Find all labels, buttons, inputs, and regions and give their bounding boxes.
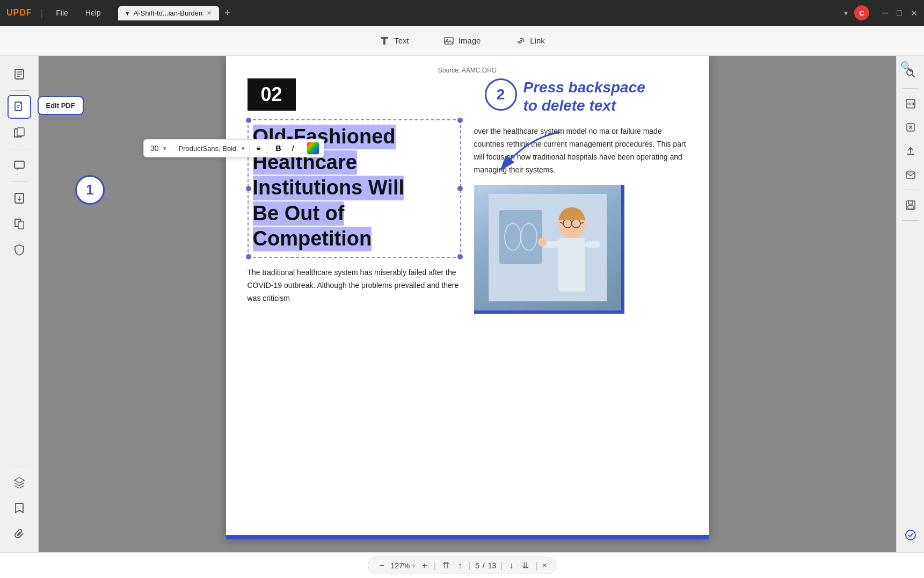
tab-close-btn[interactable]: ✕ [207, 10, 212, 17]
svg-point-30 [538, 238, 547, 247]
sidebar-item-attachment[interactable] [8, 522, 31, 546]
active-tab[interactable]: ▾ A-Shift-to...ian-Burden ✕ [118, 6, 220, 20]
bottom-bar: − 127% ▾ + | ⇈ ↑ | 5 / 13 | ↓ ⇊ | × [0, 552, 924, 578]
zoom-controls: − 127% ▾ + | ⇈ ↑ | 5 / 13 | ↓ ⇊ | × [368, 557, 556, 574]
rp-ai-icon[interactable] [900, 524, 921, 546]
font-size-dropdown[interactable]: ▾ [163, 145, 166, 152]
minimize-button[interactable]: ─ [882, 8, 888, 18]
main-area: Edit PDF [0, 56, 924, 552]
annotation-arrow [474, 127, 581, 180]
search-icon[interactable]: 🔍 [897, 57, 915, 76]
svg-rect-1 [383, 39, 385, 45]
svg-rect-29 [585, 241, 600, 248]
svg-rect-11 [14, 161, 24, 168]
svg-rect-38 [908, 206, 913, 209]
sidebar-item-edit-pdf[interactable]: Edit PDF [8, 95, 31, 119]
handle-ml[interactable] [246, 186, 251, 191]
nav-next-button[interactable]: ↓ [507, 560, 515, 572]
annotation-text: Press backspaceto delete text [523, 78, 645, 114]
image-icon [443, 35, 454, 46]
maximize-button[interactable]: □ [897, 8, 902, 18]
svg-rect-27 [558, 238, 585, 292]
sidebar-item-comment[interactable] [8, 154, 31, 177]
sidebar-item-bookmark[interactable] [8, 496, 31, 520]
tab-area: ▾ A-Shift-to...ian-Burden ✕ + [118, 6, 835, 20]
fmt-sep-1 [171, 143, 171, 154]
title-sep: | [41, 8, 43, 19]
dropdown-icon[interactable]: ▾ [844, 9, 848, 17]
handle-br[interactable] [457, 254, 463, 259]
page-bottom-accent [226, 535, 709, 539]
image-tool-button[interactable]: Image [435, 31, 490, 50]
text-tool-label: Text [394, 36, 409, 45]
handle-tr[interactable] [457, 118, 463, 123]
page-close-button[interactable]: × [542, 561, 547, 570]
page-sep: / [483, 561, 485, 570]
zoom-sep-2: | [469, 561, 471, 570]
rp-sep-1 [903, 88, 919, 89]
link-tool-label: Link [530, 36, 545, 45]
rp-email-icon[interactable] [900, 164, 921, 185]
zoom-in-button[interactable]: + [420, 560, 429, 572]
sidebar-sep-4 [10, 466, 29, 466]
rp-redact-icon[interactable] [900, 117, 921, 138]
sidebar-item-extract[interactable] [8, 186, 31, 210]
toolbar: Text Image Link [0, 26, 924, 56]
italic-button[interactable]: I [288, 142, 298, 154]
fmt-sep-4 [302, 143, 302, 154]
titlebar-right: ▾ C ─ □ ✕ [844, 5, 918, 20]
bold-button[interactable]: B [272, 142, 285, 154]
new-tab-button[interactable]: + [221, 8, 234, 19]
nav-first-button[interactable]: ⇈ [440, 559, 452, 572]
color-picker-button[interactable] [307, 142, 319, 155]
content-area: 30 ▾ ProductSans, Bold ▾ ≡ B I 1 Source:… [39, 56, 896, 552]
nav-prev-button[interactable]: ↑ [456, 560, 464, 572]
heading-line-5: Competition [253, 227, 372, 251]
zoom-value-display: 127% ▾ [390, 561, 416, 570]
rp-sep-2 [903, 190, 919, 190]
zoom-sep-1: | [434, 561, 436, 570]
handle-mr[interactable] [457, 186, 463, 191]
text-tool-button[interactable]: Text [370, 31, 418, 50]
font-name-control[interactable]: ProductSans, Bold ▾ [176, 143, 245, 154]
text-icon [379, 35, 390, 46]
svg-rect-14 [18, 221, 24, 229]
sidebar-sep-1 [10, 90, 29, 91]
close-button[interactable]: ✕ [911, 8, 918, 18]
zoom-out-button[interactable]: − [377, 560, 386, 572]
sidebar-item-layers[interactable] [8, 471, 31, 494]
handle-bl[interactable] [246, 254, 251, 259]
svg-rect-37 [908, 201, 913, 204]
font-size-control[interactable]: 30 ▾ [148, 143, 166, 154]
fmt-sep-3 [267, 143, 267, 154]
pdf-page: Source: AAMC.ORG 02 Old-F [226, 56, 709, 539]
zoom-dropdown[interactable]: ▾ [412, 561, 416, 570]
tab-dropdown-arrow[interactable]: ▾ [126, 9, 129, 17]
sidebar-item-reader[interactable] [8, 62, 31, 86]
doctor-svg [489, 194, 607, 301]
doctor-image [474, 185, 624, 314]
annotation-area: 2 Press backspaceto delete text [474, 78, 688, 114]
rp-upload-icon[interactable] [900, 140, 921, 162]
handle-tl[interactable] [246, 118, 251, 123]
menu-help[interactable]: Help [81, 6, 105, 19]
sidebar-sep-2 [10, 149, 29, 149]
font-name-dropdown[interactable]: ▾ [242, 145, 245, 152]
rp-ocr-icon[interactable]: OCR [900, 93, 921, 114]
link-tool-button[interactable]: Link [506, 31, 554, 50]
titlebar: UPDF | File Help ▾ A-Shift-to...ian-Burd… [0, 0, 924, 26]
menu-file[interactable]: File [52, 6, 72, 19]
right-panel: OCR [896, 56, 924, 552]
zoom-percentage: 127% [390, 561, 410, 570]
rp-save-icon[interactable] [900, 194, 921, 216]
nav-last-button[interactable]: ⇊ [520, 559, 531, 572]
sidebar-item-security[interactable] [8, 238, 31, 262]
body-text-left: The traditional healthcare system has mi… [248, 266, 461, 305]
sidebar-item-pages[interactable] [8, 121, 31, 144]
sidebar-item-convert[interactable] [8, 212, 31, 236]
sidebar-bottom [8, 464, 31, 546]
annotation-circle-1: 1 [75, 175, 105, 205]
align-button[interactable]: ≡ [254, 143, 263, 154]
font-size-value[interactable]: 30 [148, 143, 161, 154]
avatar: C [854, 5, 869, 20]
